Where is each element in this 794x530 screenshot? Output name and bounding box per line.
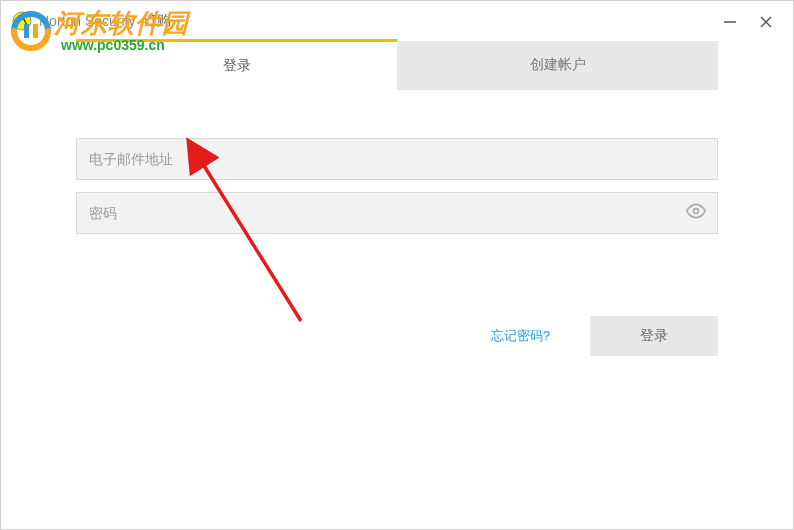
norton-icon (11, 10, 33, 32)
email-field[interactable] (76, 138, 718, 180)
password-field[interactable] (76, 192, 718, 234)
tab-create-account[interactable]: 创建帐户 (397, 41, 718, 90)
auth-tabs: 登录 创建帐户 (76, 41, 718, 90)
app-subtitle: 订购 (143, 12, 171, 30)
toggle-password-visibility-icon[interactable] (686, 201, 706, 225)
minimize-button[interactable] (721, 13, 739, 31)
login-button[interactable]: 登录 (590, 316, 718, 356)
svg-point-6 (694, 209, 699, 214)
tab-login[interactable]: 登录 (76, 39, 397, 90)
close-button[interactable] (757, 13, 775, 31)
forgot-password-link[interactable]: 忘记密码? (491, 327, 550, 345)
app-title: Norton Security (39, 13, 135, 29)
titlebar: Norton Security 订购 (1, 1, 793, 41)
